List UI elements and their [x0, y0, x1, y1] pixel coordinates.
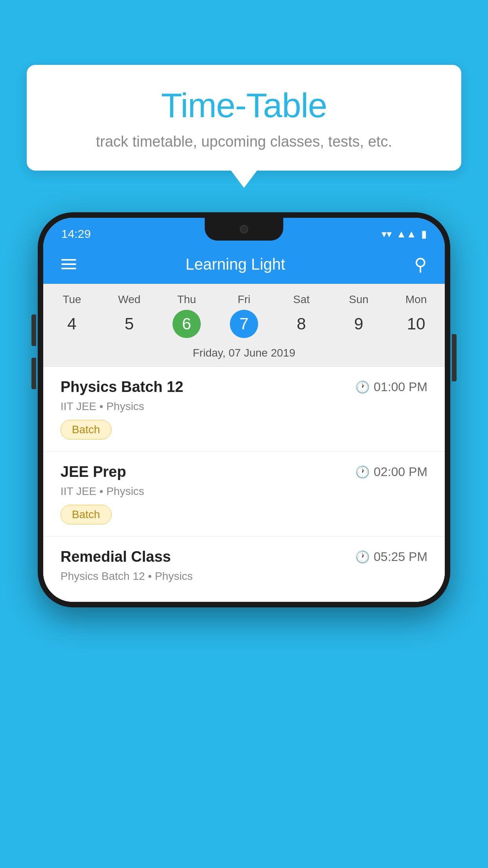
day-number: 4	[58, 310, 86, 338]
day-number: 8	[287, 310, 316, 338]
schedule-item-header: JEE Prep 🕐 02:00 PM	[61, 463, 427, 480]
calendar-day-4[interactable]: Tue4	[43, 291, 101, 340]
wifi-icon: ▾▾	[382, 228, 392, 240]
day-number: 9	[345, 310, 373, 338]
app-title: Learning Light	[89, 256, 382, 273]
power-button	[452, 334, 457, 381]
clock-icon: 🕐	[355, 465, 370, 479]
volume-down-button	[31, 358, 36, 389]
day-number: 5	[115, 310, 143, 338]
front-camera	[240, 225, 248, 234]
schedule-item-header: Remedial Class 🕐 05:25 PM	[61, 548, 427, 565]
hamburger-menu[interactable]	[61, 259, 76, 269]
calendar-day-6[interactable]: Thu6	[158, 291, 215, 340]
schedule-item-header: Physics Batch 12 🕐 01:00 PM	[61, 379, 427, 395]
day-name: Tue	[62, 293, 81, 306]
day-name: Wed	[118, 293, 140, 306]
schedule-item-name: Remedial Class	[61, 548, 171, 565]
status-time: 14:29	[61, 225, 91, 241]
schedule-item-time: 🕐 01:00 PM	[355, 380, 427, 394]
calendar-day-9[interactable]: Sun9	[330, 291, 387, 340]
bubble-subtitle: track timetable, upcoming classes, tests…	[50, 133, 438, 150]
search-button[interactable]: ⚲	[414, 254, 427, 274]
app-bar: Learning Light ⚲	[43, 245, 445, 284]
signal-icon: ▲▲	[396, 228, 416, 240]
calendar-day-7[interactable]: Fri7	[215, 291, 273, 340]
batch-badge: Batch	[61, 420, 112, 440]
schedule-list: Physics Batch 12 🕐 01:00 PM IIT JEE • Ph…	[43, 367, 445, 602]
battery-icon: ▮	[421, 228, 427, 240]
schedule-item-time: 🕐 02:00 PM	[355, 465, 427, 479]
calendar-day-5[interactable]: Wed5	[101, 291, 158, 340]
phone-outer: 14:29 ▾▾ ▲▲ ▮ Learning Light ⚲	[38, 212, 450, 607]
phone-mockup: 14:29 ▾▾ ▲▲ ▮ Learning Light ⚲	[38, 212, 450, 607]
clock-icon: 🕐	[355, 550, 370, 564]
schedule-item[interactable]: Physics Batch 12 🕐 01:00 PM IIT JEE • Ph…	[43, 367, 445, 452]
day-number: 7	[230, 310, 258, 338]
schedule-item-time: 🕐 05:25 PM	[355, 550, 427, 564]
batch-badge: Batch	[61, 505, 112, 524]
status-icons: ▾▾ ▲▲ ▮	[382, 226, 427, 240]
day-name: Mon	[405, 293, 427, 306]
phone-notch	[205, 218, 283, 241]
schedule-item[interactable]: Remedial Class 🕐 05:25 PM Physics Batch …	[43, 537, 445, 602]
schedule-item-name: JEE Prep	[61, 463, 126, 480]
day-number: 10	[402, 310, 430, 338]
schedule-item-sub: IIT JEE • Physics	[61, 400, 427, 413]
speech-bubble: Time-Table track timetable, upcoming cla…	[27, 65, 461, 171]
calendar-day-10[interactable]: Mon10	[387, 291, 445, 340]
day-number: 6	[172, 310, 201, 338]
day-name: Sat	[293, 293, 310, 306]
schedule-item-name: Physics Batch 12	[61, 379, 183, 395]
schedule-item[interactable]: JEE Prep 🕐 02:00 PM IIT JEE • Physics Ba…	[43, 452, 445, 537]
volume-up-button	[31, 314, 36, 346]
clock-icon: 🕐	[355, 380, 370, 394]
phone-screen: 14:29 ▾▾ ▲▲ ▮ Learning Light ⚲	[43, 218, 445, 602]
schedule-item-sub: IIT JEE • Physics	[61, 485, 427, 498]
calendar-week-row: Tue4Wed5Thu6Fri7Sat8Sun9Mon10	[43, 284, 445, 342]
selected-date-label: Friday, 07 June 2019	[43, 342, 445, 367]
day-name: Thu	[177, 293, 196, 306]
day-name: Fri	[238, 293, 251, 306]
calendar-day-8[interactable]: Sat8	[273, 291, 330, 340]
schedule-item-sub: Physics Batch 12 • Physics	[61, 570, 427, 583]
bubble-title: Time-Table	[50, 85, 438, 125]
day-name: Sun	[349, 293, 369, 306]
